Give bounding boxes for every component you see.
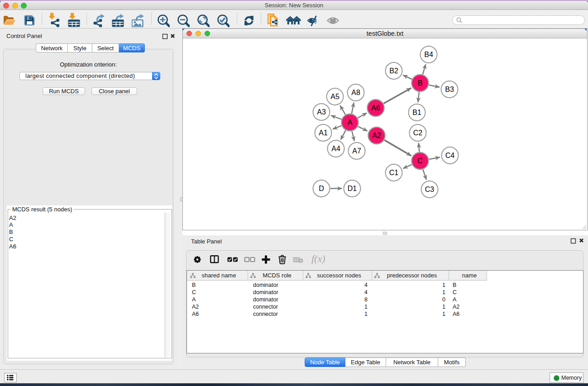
svg-text:B2: B2 [389, 67, 398, 75]
svg-text:B1: B1 [412, 109, 421, 116]
svg-text:C: C [417, 157, 423, 165]
svg-text:B4: B4 [424, 51, 433, 58]
svg-text:B3: B3 [445, 86, 454, 93]
svg-text:C1: C1 [389, 169, 399, 176]
svg-text:D: D [319, 185, 324, 192]
svg-text:A4: A4 [331, 145, 340, 152]
svg-text:A: A [348, 119, 353, 126]
svg-text:A7: A7 [352, 147, 361, 155]
svg-text:A3: A3 [317, 108, 326, 116]
svg-text:A2: A2 [372, 132, 381, 139]
svg-text:B: B [418, 79, 423, 87]
svg-text:C2: C2 [413, 129, 423, 137]
svg-text:A1: A1 [319, 129, 328, 137]
svg-text:C3: C3 [425, 186, 435, 193]
svg-text:A6: A6 [371, 104, 380, 112]
svg-text:C4: C4 [445, 152, 455, 159]
svg-text:A5: A5 [330, 93, 339, 100]
svg-text:A8: A8 [351, 89, 360, 96]
svg-text:D1: D1 [348, 185, 357, 192]
